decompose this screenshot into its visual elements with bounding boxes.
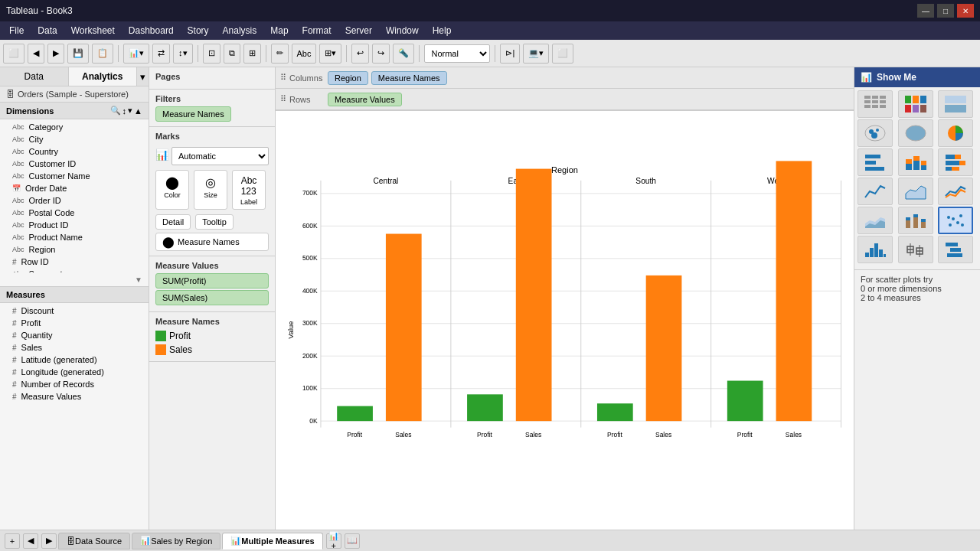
- toolbar-forward[interactable]: ▶: [47, 44, 64, 64]
- measure-quantity[interactable]: #Quantity: [0, 329, 149, 341]
- menu-window[interactable]: Window: [380, 24, 425, 37]
- sum-sales-pill[interactable]: SUM(Sales): [155, 290, 269, 305]
- measure-latitude[interactable]: #Latitude (generated): [0, 354, 149, 366]
- measure-names-mark[interactable]: ⬤ Measure Names: [155, 233, 269, 251]
- chart-filled-map[interactable]: [898, 119, 933, 147]
- bar-central-profit[interactable]: [337, 406, 373, 422]
- dim-customer-id[interactable]: AbcCustomer ID: [0, 158, 149, 170]
- toolbar-device[interactable]: 💻▾: [523, 44, 549, 64]
- toolbar-sort[interactable]: ↕▾: [173, 44, 193, 64]
- toolbar-redo[interactable]: ↪: [372, 44, 390, 64]
- data-source-tab[interactable]: 🗄 Data Source: [58, 533, 130, 549]
- menu-file[interactable]: File: [3, 24, 30, 37]
- chart-area[interactable]: [898, 178, 933, 205]
- toolbar-save[interactable]: 💾: [67, 44, 89, 64]
- chart-heat-map[interactable]: [898, 90, 933, 118]
- detail-button[interactable]: Detail: [155, 214, 191, 230]
- bar-east-sales[interactable]: [516, 169, 552, 422]
- bar-south-sales[interactable]: [646, 276, 682, 421]
- chart-stacked-bar-h[interactable]: [938, 148, 973, 176]
- chart-histogram[interactable]: [858, 236, 893, 263]
- prev-sheet-button[interactable]: ◀: [23, 533, 38, 549]
- toolbar-export[interactable]: ⬜: [552, 44, 573, 64]
- dimensions-collapse[interactable]: ▲: [134, 106, 142, 116]
- toolbar-mark[interactable]: ✏: [271, 44, 289, 64]
- measure-discount[interactable]: #Discount: [0, 305, 149, 317]
- dimensions-search[interactable]: 🔍: [110, 106, 121, 116]
- tooltip-button[interactable]: Tooltip: [195, 214, 234, 230]
- label-button[interactable]: Abc123 Label: [232, 170, 266, 210]
- measure-values[interactable]: #Measure Values: [0, 390, 149, 403]
- chart-pie[interactable]: [938, 119, 973, 147]
- dim-product-id[interactable]: AbcProduct ID: [0, 219, 149, 231]
- toolbar-chart-type[interactable]: 📊▾: [123, 44, 149, 64]
- toolbar-new[interactable]: ⬜: [3, 44, 24, 64]
- dims-scroll-down[interactable]: ▼: [0, 272, 149, 286]
- color-button[interactable]: ⬤ Color: [155, 170, 189, 210]
- measure-profit[interactable]: #Profit: [0, 317, 149, 329]
- sales-by-region-tab[interactable]: 📊 Sales by Region: [132, 533, 220, 549]
- view-size-select[interactable]: Normal Fit Width Fit Height Entire View: [424, 44, 490, 63]
- dim-country[interactable]: AbcCountry: [0, 145, 149, 158]
- bar-west-profit[interactable]: [727, 380, 763, 421]
- menu-server[interactable]: Server: [339, 24, 378, 37]
- dim-order-id[interactable]: AbcOrder ID: [0, 194, 149, 207]
- chart-scatter[interactable]: [938, 207, 973, 234]
- toolbar-fit[interactable]: ⊡: [203, 44, 220, 64]
- chart-symbol-map[interactable]: [858, 119, 893, 147]
- toolbar-fix[interactable]: ⧉: [224, 44, 240, 64]
- dim-row-id[interactable]: #Row ID: [0, 256, 149, 268]
- menu-dashboard[interactable]: Dashboard: [122, 24, 180, 37]
- chart-dual-line[interactable]: [938, 178, 973, 205]
- measure-names-pill[interactable]: Measure Names: [371, 71, 447, 85]
- menu-help[interactable]: Help: [426, 24, 458, 37]
- maximize-button[interactable]: □: [937, 4, 954, 18]
- toolbar-back[interactable]: ◀: [28, 44, 44, 64]
- menu-analysis[interactable]: Analysis: [217, 24, 263, 37]
- dim-region[interactable]: AbcRegion: [0, 243, 149, 256]
- chart-area-stacked[interactable]: [858, 207, 893, 234]
- dim-order-date[interactable]: 📅Order Date: [0, 182, 149, 194]
- toolbar-highlight[interactable]: 🔦: [393, 44, 414, 64]
- marks-type-select[interactable]: Automatic Bar Line Area Circle Shape Tex…: [172, 147, 269, 165]
- dim-category[interactable]: AbcCategory: [0, 121, 149, 133]
- close-button[interactable]: ✕: [957, 4, 974, 18]
- add-sheet-button[interactable]: +: [5, 533, 20, 549]
- story-button[interactable]: 📖: [345, 533, 360, 549]
- chart-highlight-table[interactable]: [938, 90, 973, 118]
- bar-central-sales[interactable]: [386, 234, 422, 422]
- sum-profit-pill[interactable]: SUM(Profit): [155, 273, 269, 289]
- toolbar-label[interactable]: ⊞: [243, 44, 261, 64]
- bar-east-profit[interactable]: [467, 394, 503, 421]
- menu-data[interactable]: Data: [31, 24, 63, 37]
- measure-sales[interactable]: #Sales: [0, 341, 149, 354]
- chart-line[interactable]: [858, 178, 893, 205]
- add-dashboard-button[interactable]: 📊+: [326, 533, 341, 549]
- chart-gantt[interactable]: [938, 236, 973, 263]
- toolbar-swap[interactable]: ⇄: [152, 44, 170, 64]
- measure-num-records[interactable]: #Number of Records: [0, 378, 149, 390]
- data-tab[interactable]: Data: [0, 67, 69, 86]
- bar-west-sales[interactable]: [776, 161, 812, 421]
- filter-measure-names[interactable]: Measure Names: [155, 106, 231, 122]
- chart-text-table[interactable]: [858, 90, 893, 118]
- menu-story[interactable]: Story: [181, 24, 215, 37]
- toolbar-abc[interactable]: Abc: [292, 44, 317, 64]
- dim-product-name[interactable]: AbcProduct Name: [0, 231, 149, 243]
- toolbar-grid[interactable]: ⊞▾: [319, 44, 341, 64]
- toolbar-present[interactable]: ⊳|: [500, 44, 520, 64]
- dimensions-add[interactable]: ▾: [128, 106, 132, 116]
- bar-south-profit[interactable]: [597, 403, 633, 421]
- toolbar-undo[interactable]: ↩: [351, 44, 369, 64]
- dimensions-sort[interactable]: ↕: [122, 106, 127, 116]
- multiple-measures-tab[interactable]: 📊 Multiple Measures: [222, 533, 322, 549]
- chart-dual-bar[interactable]: [898, 207, 933, 234]
- measure-longitude[interactable]: #Longitude (generated): [0, 366, 149, 378]
- dim-city[interactable]: AbcCity: [0, 133, 149, 145]
- chart-box-whisker[interactable]: [898, 236, 933, 263]
- menu-format[interactable]: Format: [296, 24, 338, 37]
- dim-customer-name[interactable]: AbcCustomer Name: [0, 170, 149, 182]
- orders-label[interactable]: 🗄 Orders (Sample - Superstore): [0, 86, 149, 103]
- left-panel-options[interactable]: ▾: [137, 67, 149, 86]
- dim-postal-code[interactable]: AbcPostal Code: [0, 207, 149, 219]
